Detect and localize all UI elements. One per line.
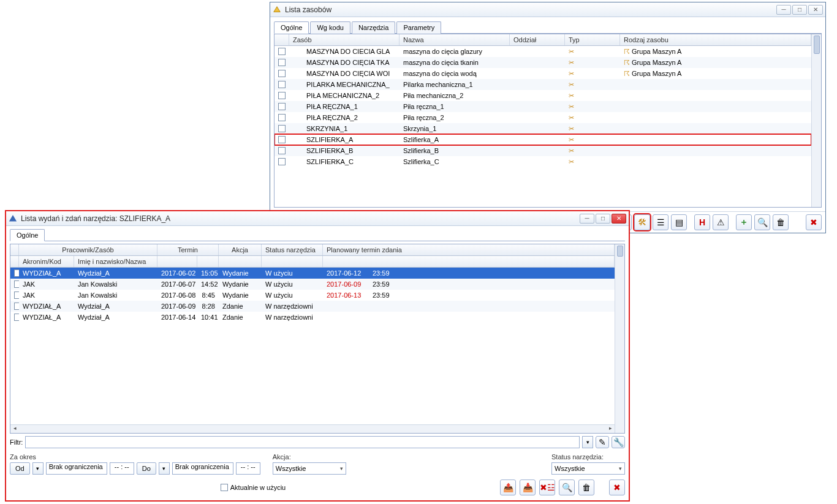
row-checkbox[interactable]: [14, 280, 19, 288]
row-checkbox[interactable]: [278, 125, 286, 132]
filter-dropdown[interactable]: ▾: [582, 436, 593, 448]
resource-row[interactable]: SZLIFIERKA_CSzlifierka_C✂: [275, 156, 811, 167]
resource-row[interactable]: SKRZYNIA_1Skrzynia_1✂: [275, 123, 811, 134]
col-typ[interactable]: Typ: [565, 34, 620, 45]
detail-row[interactable]: JAKJan Kowalski2017-06-088:45WydanieW uż…: [10, 290, 615, 301]
vscrollbar[interactable]: [811, 34, 821, 207]
filter-input[interactable]: [25, 436, 580, 448]
inuse-checkbox[interactable]: [221, 484, 228, 491]
od-dropdown[interactable]: ▾: [32, 462, 44, 475]
do-date[interactable]: Brak ograniczenia: [172, 462, 233, 475]
detail-row[interactable]: JAKJan Kowalski2017-06-0714:52WydanieW u…: [10, 279, 615, 290]
detail-grid-body[interactable]: WYDZIAŁ_AWydział_A2017-06-0215:05Wydanie…: [10, 268, 615, 424]
detail-row[interactable]: WYDZIAŁ_AWydział_A2017-06-0215:05Wydanie…: [10, 268, 615, 279]
list-button[interactable]: ☰: [653, 214, 668, 230]
row-checkbox[interactable]: [278, 103, 286, 110]
col-zasob[interactable]: Zasób: [289, 34, 400, 45]
col-akronim[interactable]: Akronim/Kod: [19, 256, 74, 267]
od-date[interactable]: Brak ograniczenia: [46, 462, 107, 475]
export-button[interactable]: 📤: [500, 480, 516, 495]
close-button[interactable]: ✖: [609, 480, 625, 495]
colgroup-pracownik[interactable]: Pracownik/Zasób: [19, 244, 157, 255]
tab-ogolne[interactable]: Ogólne: [10, 229, 45, 241]
warning-button[interactable]: ⚠: [713, 214, 729, 230]
row-checkbox[interactable]: [14, 291, 19, 299]
excel-button[interactable]: ✖☳: [539, 480, 555, 495]
col-rodzaj[interactable]: Rodzaj zasobu: [620, 34, 811, 45]
search-button[interactable]: 🔍: [754, 214, 770, 230]
resource-row[interactable]: SZLIFIERKA_BSzlifierka_B✂: [275, 145, 811, 156]
maximize-button[interactable]: □: [792, 5, 807, 15]
tab-wgkodu[interactable]: Wg kodu: [310, 21, 350, 34]
resource-row[interactable]: PILARKA MECHANICZNA_Pilarka mechaniczna_…: [275, 79, 811, 90]
search-button[interactable]: 🔍: [559, 480, 575, 495]
cell-typ: ✂: [565, 113, 620, 122]
filter-edit-button[interactable]: ✎: [596, 436, 609, 448]
row-checkbox[interactable]: [278, 147, 286, 154]
row-checkbox[interactable]: [278, 70, 286, 77]
tab-ogolne[interactable]: Ogólne: [274, 21, 309, 34]
resource-row[interactable]: MASZYNA DO CIĘCIA WOImaszyna do cięcia w…: [275, 68, 811, 79]
filter-apply-button[interactable]: 🔧: [612, 436, 625, 448]
minimize-button[interactable]: ─: [580, 214, 594, 224]
col-status[interactable]: Status narzędzia: [262, 244, 323, 255]
col-imie[interactable]: Imię i nazwisko/Nazwa: [74, 256, 157, 267]
status-combo[interactable]: Wszystkie: [551, 462, 625, 475]
od-button[interactable]: Od: [10, 462, 30, 475]
col-akcja[interactable]: Akcja: [219, 244, 262, 255]
resource-row[interactable]: MASZYNA DO CIECIA GLAmaszyna do cięcia g…: [275, 46, 811, 57]
row-checkbox[interactable]: [14, 314, 19, 321]
history-button[interactable]: H: [694, 214, 710, 230]
od-time[interactable]: -- : --: [110, 462, 134, 475]
maximize-button[interactable]: □: [596, 214, 610, 224]
row-checkbox[interactable]: [278, 158, 286, 165]
akcja-combo[interactable]: Wszystkie: [273, 462, 346, 475]
minimize-button[interactable]: ─: [776, 5, 791, 15]
tool-icon: ✂: [569, 125, 574, 133]
delete-button[interactable]: 🗑: [578, 480, 594, 495]
resource-row[interactable]: PIŁA MECHANICZNA_2Piła mechaniczna_2✂: [275, 90, 811, 101]
col-termin[interactable]: Termin: [157, 244, 219, 255]
delete-button[interactable]: 🗑: [773, 214, 789, 230]
resources-titlebar[interactable]: Lista zasobów ─ □ ✕: [270, 2, 825, 17]
close-button[interactable]: ✕: [808, 5, 823, 15]
detail-titlebar[interactable]: Lista wydań i zdań narzędzia: SZLIFIERKA…: [6, 211, 629, 226]
row-checkbox[interactable]: [278, 136, 286, 143]
vscrollbar[interactable]: [615, 244, 624, 433]
col-oddzial[interactable]: Oddział: [510, 34, 565, 45]
add-button[interactable]: ＋: [736, 214, 752, 230]
do-button[interactable]: Do: [137, 462, 156, 475]
cell-oddzial: [510, 139, 565, 140]
tab-parametry[interactable]: Parametry: [396, 21, 441, 34]
status-group: Status narzędzia: Wszystkie: [551, 453, 625, 475]
cell-nazwa: maszyna do cięcia wodą: [400, 69, 510, 78]
row-checkbox[interactable]: [14, 303, 19, 310]
close-button[interactable]: ✕: [612, 214, 626, 224]
cell-typ: ✂: [565, 69, 620, 78]
resource-row[interactable]: SZLIFIERKA_ASzlifierka_A✂: [275, 134, 811, 145]
col-nazwa[interactable]: Nazwa: [400, 34, 510, 45]
import-button[interactable]: 📥: [520, 480, 536, 495]
close-toolbar-button[interactable]: ✖: [806, 214, 822, 230]
do-dropdown[interactable]: ▾: [159, 462, 170, 475]
hscrollbar[interactable]: ◂▸: [10, 424, 615, 433]
col-plan[interactable]: Planowany termin zdania: [323, 244, 615, 255]
cell-imie: Jan Kowalski: [74, 291, 157, 299]
tab-narzedzia[interactable]: Narzędzia: [352, 21, 396, 34]
resources-grid-body[interactable]: MASZYNA DO CIECIA GLAmaszyna do cięcia g…: [275, 46, 811, 207]
detail-row[interactable]: WYDZIAŁ_AWydział_A2017-06-1410:41ZdanieW…: [10, 312, 615, 323]
resource-row[interactable]: PIŁA RĘCZNA_2Piła ręczna_2✂: [275, 112, 811, 123]
row-checkbox[interactable]: [278, 114, 286, 121]
row-checkbox[interactable]: [278, 92, 286, 99]
tools-button[interactable]: 🛠: [634, 214, 650, 230]
row-checkbox[interactable]: [14, 269, 19, 277]
row-checkbox[interactable]: [278, 81, 286, 88]
resource-row[interactable]: MASZYNA DO CIĘCIA TKAmaszyna do cięcia t…: [275, 57, 811, 68]
do-time[interactable]: -- : --: [236, 462, 260, 475]
gantt-button[interactable]: ▤: [671, 214, 687, 230]
detail-row[interactable]: WYDZIAŁ_AWydział_A2017-06-098:28ZdanieW …: [10, 301, 615, 312]
row-checkbox[interactable]: [278, 48, 286, 55]
resource-row[interactable]: PIŁA RĘCZNA_1Piła ręczna_1✂: [275, 101, 811, 112]
row-checkbox[interactable]: [278, 59, 286, 66]
detail-grid-group-header: Pracownik/Zasób Termin Akcja Status narz…: [10, 244, 615, 256]
